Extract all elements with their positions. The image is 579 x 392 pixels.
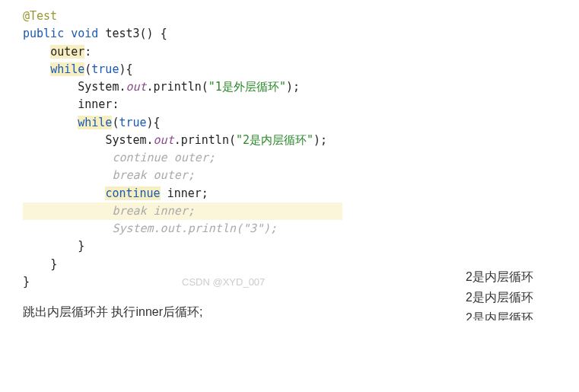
brace-close: }	[50, 257, 57, 271]
output-line: 2是内层循环	[466, 266, 533, 287]
kw-while-outer: while	[50, 62, 84, 76]
kw-void: void	[71, 27, 98, 40]
outer-label: outer	[50, 45, 84, 59]
paren-close: ){	[119, 62, 132, 76]
colon: :	[112, 97, 119, 111]
annotation: @Test	[23, 9, 57, 23]
comment-break-outer: break outer;	[112, 168, 194, 182]
inner-ref: inner	[167, 186, 202, 200]
comment-continue-outer: continue outer;	[112, 151, 215, 164]
highlighted-line: break inner;	[23, 202, 342, 220]
semicolon: ;	[202, 186, 208, 200]
system: System	[78, 80, 119, 94]
string-2: "2是内层循环"	[236, 133, 313, 147]
console-output: 2是内层循环 2是内层循环 2是内层循环	[466, 266, 533, 320]
output-line: 2是内层循环	[466, 287, 533, 308]
page-container: @Test public void test3() { outer: while…	[0, 0, 579, 320]
output-line: 2是内层循环	[466, 308, 533, 320]
println: println	[181, 133, 229, 147]
out-field: out	[154, 133, 174, 147]
parens: ()	[140, 27, 154, 40]
true-literal: true	[91, 62, 119, 76]
colon: :	[84, 45, 91, 59]
method-name: test3	[105, 27, 139, 40]
brace-close: }	[78, 239, 84, 253]
true-literal: true	[119, 116, 146, 129]
inner-label: inner	[78, 97, 112, 111]
println: println	[154, 80, 202, 94]
comment-break-inner: break inner;	[112, 204, 194, 218]
out-field: out	[126, 80, 146, 94]
kw-continue: continue	[105, 186, 160, 200]
string-1: "1是外层循环"	[208, 80, 286, 94]
brace: {	[161, 27, 167, 40]
code-block: @Test public void test3() { outer: while…	[23, 8, 579, 291]
comment-println-3: System.out.println("3");	[112, 221, 277, 235]
brace-close: }	[23, 275, 30, 288]
kw-while-inner: while	[78, 116, 112, 129]
paren: (	[84, 62, 91, 76]
system: System	[105, 133, 146, 147]
watermark: CSDN @XYD_007	[182, 276, 265, 288]
kw-public: public	[23, 27, 64, 40]
